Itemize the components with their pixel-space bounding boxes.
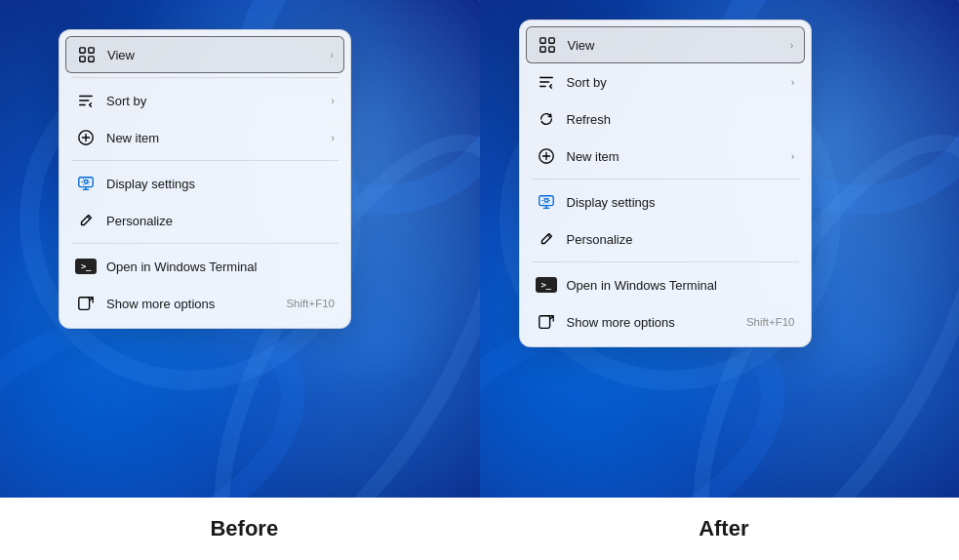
divider-2-before [71,160,339,161]
svg-rect-8 [548,38,553,43]
newitem-chevron-before: › [331,132,335,143]
view-label-before: View [107,48,326,62]
display-label-after: Display settings [567,195,795,210]
before-label: Before [210,516,278,541]
before-panel: View › Sort by › [0,0,480,498]
menu-item-display-after[interactable]: Display settings [526,183,805,220]
display-label-before: Display settings [106,177,335,191]
svg-rect-2 [80,57,85,61]
menu-item-terminal-after[interactable]: >_ Open in Windows Terminal [526,266,805,303]
svg-rect-6 [79,298,90,310]
showmore-label-after: Show more options [567,315,739,330]
grid-icon [76,44,98,65]
svg-rect-9 [539,47,544,52]
newitem-label-after: New item [567,149,787,164]
sortby-label-after: Sort by [567,75,787,90]
show-more-icon [75,293,97,314]
sortby-label-before: Sort by [106,94,327,108]
sort-icon [75,90,97,111]
menu-item-display-before[interactable]: Display settings [65,165,344,202]
menu-item-showmore-before[interactable]: Show more options Shift+F10 [65,285,344,322]
svg-rect-10 [548,47,553,52]
newitem-chevron-after: › [791,150,795,162]
display-icon [75,173,97,194]
grid-icon-after [537,34,558,56]
newitem-label-before: New item [106,131,327,145]
personalize-label-after: Personalize [567,232,795,247]
divider-1-after [532,179,799,180]
svg-rect-13 [539,316,549,329]
showmore-shortcut-after: Shift+F10 [746,316,795,328]
menu-item-terminal-before[interactable]: >_ Open in Windows Terminal [65,248,344,285]
menu-item-sortby-before[interactable]: Sort by › [65,82,344,119]
menu-item-newitem-before[interactable]: New item › [65,119,344,156]
after-context-menu: View › Sort by › [519,20,812,347]
menu-item-view-before[interactable]: View › [65,36,344,73]
after-label: After [699,516,748,541]
sort-icon-after [536,71,557,93]
pen-icon-after [536,228,557,250]
divider-1-before [71,77,339,78]
view-chevron-after: › [790,39,794,51]
refresh-icon [536,108,557,130]
after-panel: View › Sort by › [480,0,960,498]
menu-item-personalize-after[interactable]: Personalize [526,220,805,258]
showmore-label-before: Show more options [106,297,278,311]
menu-item-view-after[interactable]: View › [526,26,805,63]
menu-item-sortby-after[interactable]: Sort by › [526,63,805,100]
menu-item-newitem-after[interactable]: New item › [526,138,805,175]
display-icon-after [536,191,557,213]
showmore-shortcut-before: Shift+F10 [286,298,335,309]
svg-rect-12 [539,196,552,206]
svg-rect-3 [89,57,94,61]
labels-row: Before After [0,498,959,560]
personalize-label-before: Personalize [106,214,335,228]
terminal-label-before: Open in Windows Terminal [106,260,335,274]
plus-circle-icon-after [536,145,557,167]
plus-circle-icon [75,127,97,148]
refresh-label-after: Refresh [567,112,795,127]
menu-item-showmore-after[interactable]: Show more options Shift+F10 [526,303,805,340]
view-chevron-before: › [330,49,334,60]
svg-rect-1 [89,48,94,53]
terminal-icon: >_ [75,256,97,277]
show-more-icon-after [536,311,557,333]
divider-3-before [71,243,339,244]
svg-rect-7 [539,38,544,43]
terminal-icon-after: >_ [536,274,557,296]
sortby-chevron-before: › [331,95,335,106]
svg-rect-0 [80,48,85,53]
before-context-menu: View › Sort by › [59,29,351,329]
sortby-chevron-after: › [791,76,795,88]
svg-rect-5 [79,178,93,187]
menu-item-refresh-after[interactable]: Refresh [526,100,805,138]
terminal-label-after: Open in Windows Terminal [567,278,795,293]
divider-2-after [532,261,799,262]
menu-item-personalize-before[interactable]: Personalize [65,202,344,239]
pen-icon [75,210,97,231]
view-label-after: View [568,38,786,53]
